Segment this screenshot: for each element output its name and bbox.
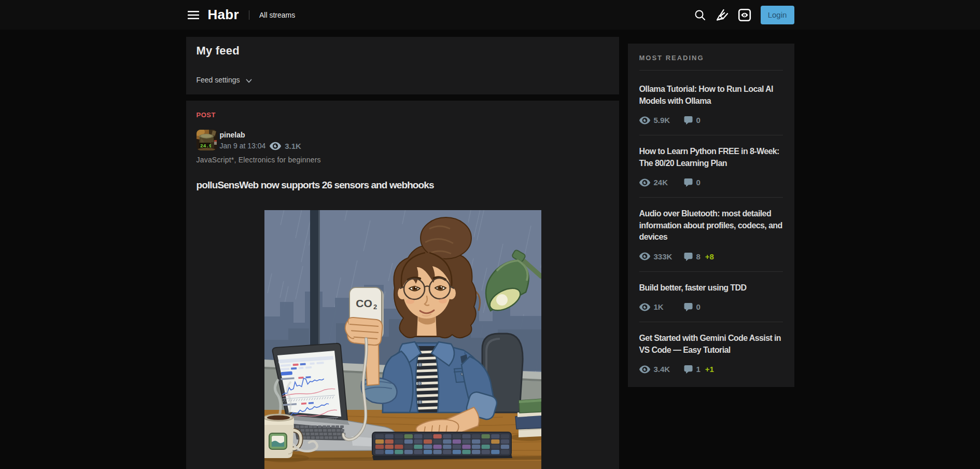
svg-text:CO: CO: [356, 297, 372, 309]
svg-text:2: 2: [373, 303, 377, 311]
